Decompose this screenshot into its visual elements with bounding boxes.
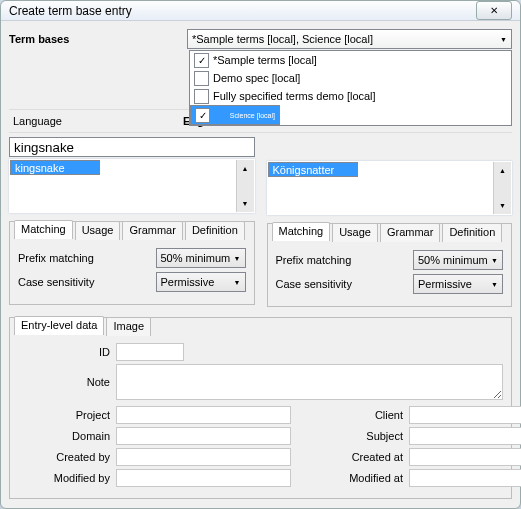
chevron-down-icon: ▼ xyxy=(234,255,241,262)
entry-level-data-group: Entry-level data Image ID Note Project D… xyxy=(9,317,512,499)
case-select[interactable]: Permissive▼ xyxy=(413,274,503,294)
tab-image[interactable]: Image xyxy=(106,317,151,336)
scrollbar[interactable]: ▲▼ xyxy=(236,160,254,212)
scroll-up-icon[interactable]: ▲ xyxy=(499,162,506,179)
scroll-down-icon[interactable]: ▼ xyxy=(242,195,249,212)
scroll-up-icon[interactable]: ▲ xyxy=(242,160,249,177)
close-button[interactable]: ✕ xyxy=(476,1,512,20)
language-label: Language xyxy=(9,115,183,127)
window-title: Create term base entry xyxy=(9,4,132,18)
tab-matching[interactable]: Matching xyxy=(272,222,331,241)
subject-field[interactable] xyxy=(409,427,521,445)
prefix-select[interactable]: 50% minimum▼ xyxy=(156,248,246,268)
created-at-label: Created at xyxy=(311,451,403,463)
modified-by-label: Modified by xyxy=(18,472,110,484)
chevron-down-icon: ▼ xyxy=(500,36,507,43)
created-by-label: Created by xyxy=(18,451,110,463)
checkbox-icon[interactable]: ✓ xyxy=(195,108,210,123)
target-term-list[interactable]: Königsnatter ▲▼ xyxy=(267,161,513,215)
term-bases-dropdown: ✓*Sample terms [local] Demo spec [local]… xyxy=(189,50,512,126)
term-bases-label: Term bases xyxy=(9,29,179,49)
modified-at-label: Modified at xyxy=(311,472,403,484)
titlebar: Create term base entry ✕ xyxy=(1,1,520,21)
select-value: Permissive xyxy=(418,278,472,290)
project-field[interactable] xyxy=(116,406,291,424)
source-term-list[interactable]: kingsnake ▲▼ xyxy=(9,159,255,213)
prefix-label: Prefix matching xyxy=(276,254,414,266)
created-by-field[interactable] xyxy=(116,448,291,466)
right-pane: Königsnatter ▲▼ Matching Usage Grammar D… xyxy=(267,137,513,307)
select-value: 50% minimum xyxy=(161,252,231,264)
matching-group: Matching Usage Grammar Definition Prefix… xyxy=(267,223,513,307)
select-value: Permissive xyxy=(161,276,215,288)
scroll-down-icon[interactable]: ▼ xyxy=(499,197,506,214)
dropdown-item-label: Demo spec [local] xyxy=(213,72,300,84)
dropdown-item-label: *Sample terms [local] xyxy=(213,54,317,66)
dropdown-item[interactable]: Fully specified terms demo [local] xyxy=(190,87,511,105)
list-item[interactable]: Königsnatter xyxy=(268,162,358,177)
close-icon: ✕ xyxy=(490,5,498,16)
scrollbar[interactable]: ▲▼ xyxy=(493,162,511,214)
case-label: Case sensitivity xyxy=(276,278,414,290)
domain-field[interactable] xyxy=(116,427,291,445)
left-pane: kingsnake ▲▼ Matching Usage Grammar Defi… xyxy=(9,137,255,307)
tab-entry-level-data[interactable]: Entry-level data xyxy=(14,316,104,335)
modified-at-field[interactable] xyxy=(409,469,521,487)
client-field[interactable] xyxy=(409,406,521,424)
dropdown-item[interactable]: ✓Science [local] xyxy=(190,105,280,125)
checkbox-icon[interactable]: ✓ xyxy=(194,53,209,68)
subject-label: Subject xyxy=(311,430,403,442)
source-term-input[interactable] xyxy=(9,137,255,157)
id-field[interactable] xyxy=(116,343,184,361)
combo-value: *Sample terms [local], Science [local] xyxy=(192,33,373,45)
dropdown-item[interactable]: Demo spec [local] xyxy=(190,69,511,87)
tab-grammar[interactable]: Grammar xyxy=(380,223,440,242)
project-label: Project xyxy=(18,409,110,421)
checkbox-icon[interactable] xyxy=(194,71,209,86)
list-item[interactable]: kingsnake xyxy=(10,160,100,175)
dropdown-item-label: Fully specified terms demo [local] xyxy=(213,90,376,102)
dialog-window: Create term base entry ✕ Term bases *Sam… xyxy=(0,0,521,509)
tab-definition[interactable]: Definition xyxy=(185,221,245,240)
note-label: Note xyxy=(18,376,110,388)
checkbox-icon[interactable] xyxy=(194,89,209,104)
matching-group: Matching Usage Grammar Definition Prefix… xyxy=(9,221,255,305)
chevron-down-icon: ▼ xyxy=(491,281,498,288)
tab-grammar[interactable]: Grammar xyxy=(122,221,182,240)
prefix-label: Prefix matching xyxy=(18,252,156,264)
created-at-field[interactable] xyxy=(409,448,521,466)
tab-matching[interactable]: Matching xyxy=(14,220,73,239)
chevron-down-icon: ▼ xyxy=(491,257,498,264)
dropdown-item-label: Science [local] xyxy=(230,112,275,119)
term-bases-combo[interactable]: *Sample terms [local], Science [local] ▼ xyxy=(187,29,512,49)
tab-usage[interactable]: Usage xyxy=(332,223,378,242)
tab-definition[interactable]: Definition xyxy=(442,223,502,242)
modified-by-field[interactable] xyxy=(116,469,291,487)
client-label: Client xyxy=(311,409,403,421)
note-field[interactable] xyxy=(116,364,503,400)
tab-usage[interactable]: Usage xyxy=(75,221,121,240)
select-value: 50% minimum xyxy=(418,254,488,266)
domain-label: Domain xyxy=(18,430,110,442)
chevron-down-icon: ▼ xyxy=(234,279,241,286)
id-label: ID xyxy=(18,346,110,358)
dropdown-item[interactable]: ✓*Sample terms [local] xyxy=(190,51,511,69)
prefix-select[interactable]: 50% minimum▼ xyxy=(413,250,503,270)
case-label: Case sensitivity xyxy=(18,276,156,288)
case-select[interactable]: Permissive▼ xyxy=(156,272,246,292)
